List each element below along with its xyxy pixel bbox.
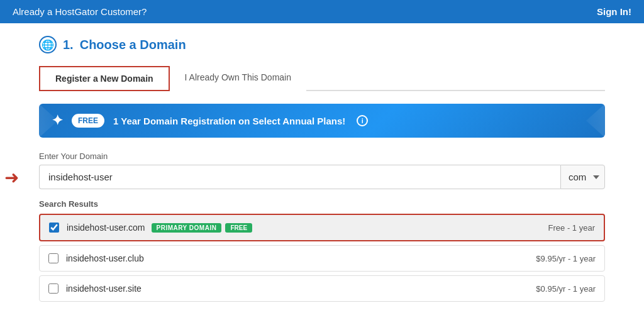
promo-text: 1 Year Domain Registration on Select Ann…: [113, 116, 345, 126]
result-checkbox-club[interactable]: [48, 253, 58, 263]
result-price-com: Free - 1 year: [548, 223, 595, 233]
signin-link[interactable]: Sign In!: [597, 6, 631, 17]
result-price-club: $9.95/yr - 1 year: [536, 254, 596, 263]
tab-already-own[interactable]: I Already Own This Domain: [170, 66, 306, 91]
step-number: 1.: [63, 38, 74, 52]
main-content: 🌐 1. Choose a Domain Register a New Doma…: [20, 23, 624, 318]
domain-label: Enter Your Domain: [39, 151, 605, 161]
result-domain-club: insidehost-user.club: [66, 253, 144, 263]
domain-input-row: ➜ com net org info biz: [39, 165, 605, 189]
result-row-com: insidehost-user.com PRIMARY DOMAIN FREE …: [39, 214, 605, 241]
arrow-indicator: ➜: [4, 167, 19, 187]
topbar-customer-text: Already a HostGator Customer?: [13, 6, 147, 17]
free-domain-badge: FREE: [225, 223, 252, 233]
top-bar: Already a HostGator Customer? Sign In!: [0, 0, 644, 23]
result-checkbox-site[interactable]: [48, 283, 58, 294]
free-badge: FREE: [72, 114, 104, 128]
globe-icon: 🌐: [39, 36, 57, 53]
info-icon[interactable]: i: [357, 115, 368, 126]
domain-tabs: Register a New Domain I Already Own This…: [39, 66, 605, 91]
domain-text-input[interactable]: [39, 165, 560, 189]
result-domain-site: insidehost-user.site: [66, 283, 142, 294]
search-results-label: Search Results: [39, 199, 605, 209]
tld-select[interactable]: com net org info biz: [560, 165, 605, 189]
tab-register-new[interactable]: Register a New Domain: [39, 66, 170, 91]
result-checkbox-com[interactable]: [49, 223, 59, 233]
step-title: Choose a Domain: [80, 38, 186, 52]
result-row-site: insidehost-user.site $0.95/yr - 1 year: [39, 275, 605, 302]
sparkle-icon: ✦: [52, 113, 63, 129]
result-domain-com: insidehost-user.com: [67, 223, 145, 233]
step-heading: 🌐 1. Choose a Domain: [39, 36, 605, 53]
result-row-club: insidehost-user.club $9.95/yr - 1 year: [39, 245, 605, 272]
primary-domain-badge: PRIMARY DOMAIN: [152, 223, 222, 233]
result-price-site: $0.95/yr - 1 year: [536, 284, 596, 294]
promo-banner: ✦ FREE 1 Year Domain Registration on Sel…: [39, 104, 605, 138]
